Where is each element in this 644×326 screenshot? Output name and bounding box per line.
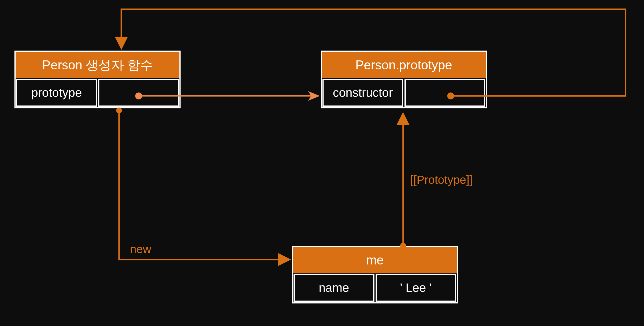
object-property-row: constructor <box>322 78 486 107</box>
pointer-dot-icon <box>116 108 122 113</box>
object-me-instance: me name ' Lee ' <box>292 246 458 303</box>
property-key: name <box>294 274 374 302</box>
edge-label-prototype: [[Prototype]] <box>410 173 473 186</box>
arrow-new-to-me <box>119 110 289 260</box>
property-key: prototype <box>16 79 97 107</box>
diagram-canvas: Person 생성자 함수 prototype Person.prototype… <box>0 0 644 326</box>
object-property-row: name ' Lee ' <box>293 273 457 302</box>
property-value: ' Lee ' <box>376 274 456 302</box>
property-value-pointer <box>404 79 485 107</box>
object-person-constructor: Person 생성자 함수 prototype <box>14 51 181 108</box>
object-property-row: prototype <box>16 78 179 107</box>
object-title: me <box>293 247 457 273</box>
object-person-prototype: Person.prototype constructor <box>321 51 487 108</box>
property-value-pointer <box>98 79 179 107</box>
object-title: Person.prototype <box>322 52 486 78</box>
property-key: constructor <box>322 79 403 107</box>
edge-label-new: new <box>130 243 151 256</box>
object-title: Person 생성자 함수 <box>16 52 179 78</box>
